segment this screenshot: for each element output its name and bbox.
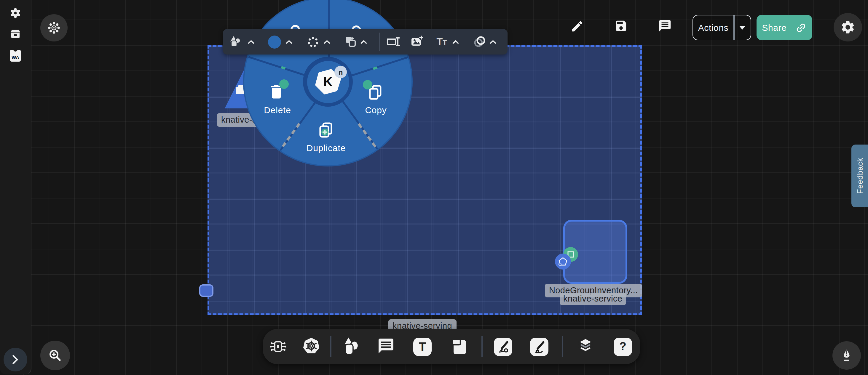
bottom-toolbar: T ?: [262, 329, 640, 364]
opacity-circles-icon: [473, 35, 487, 48]
arrange-button[interactable]: [344, 35, 357, 48]
chevron-up-icon: [286, 40, 292, 44]
text-size-expand[interactable]: [453, 40, 459, 44]
text-size-button[interactable]: TT: [435, 36, 449, 48]
connector-lab-tool[interactable]: [269, 338, 287, 355]
pen-mode-button[interactable]: [832, 341, 861, 370]
chevron-up-icon: [361, 40, 367, 44]
rename-field-icon: [386, 37, 401, 47]
shape-style-button[interactable]: [229, 34, 243, 49]
settings-button[interactable]: [834, 13, 862, 41]
opacity-expand[interactable]: [490, 40, 496, 44]
radial-item-duplicate[interactable]: Duplicate: [300, 143, 353, 153]
node-cluster-icon: [48, 21, 60, 34]
radial-item-copy[interactable]: Copy: [352, 105, 400, 115]
left-sidebar: WA: [0, 0, 31, 374]
shapes-tool[interactable]: [342, 337, 361, 356]
kubernetes-tool[interactable]: [302, 337, 321, 355]
radial-item-delete[interactable]: Delete: [254, 105, 301, 115]
share-button-label: Share: [762, 23, 786, 33]
opacity-button[interactable]: [473, 35, 487, 48]
node-label[interactable]: knative-service: [560, 293, 626, 305]
add-image-button[interactable]: [410, 35, 424, 48]
rename-button[interactable]: [386, 37, 401, 47]
comment-tool[interactable]: [377, 337, 395, 355]
link-icon: [795, 22, 807, 33]
freehand-draw-icon: [532, 340, 546, 353]
toolbar-divider: [482, 336, 482, 357]
archive-icon[interactable]: [9, 27, 22, 40]
arrange-layers-icon: [344, 35, 357, 48]
delete-status-dot: [279, 79, 289, 89]
shape-style-expand[interactable]: [248, 40, 254, 44]
actions-button-label[interactable]: Actions: [693, 15, 734, 40]
dashed-circle-icon: [307, 36, 319, 48]
border-style-expand[interactable]: [323, 40, 330, 44]
fill-color-expand[interactable]: [286, 40, 292, 44]
frame-tool[interactable]: [450, 337, 468, 355]
pinwheel-logo-icon[interactable]: [9, 6, 22, 20]
fill-color-button[interactable]: [268, 36, 281, 48]
comments-button[interactable]: [658, 19, 672, 33]
text-tool[interactable]: T: [413, 337, 432, 356]
expand-sidebar-button[interactable]: [4, 348, 27, 371]
layers-tool[interactable]: [576, 337, 595, 356]
arrange-expand[interactable]: [361, 40, 367, 44]
share-button[interactable]: Share: [756, 15, 812, 40]
pentagon-badge-icon: [555, 253, 571, 270]
help-tool-glyph: ?: [619, 340, 626, 353]
zoom-in-button[interactable]: [40, 341, 70, 370]
magnifier-plus-icon: [48, 348, 62, 363]
pen-nib-icon: [840, 348, 854, 363]
node-cluster-button[interactable]: [40, 14, 68, 41]
pen-connector-icon: [496, 340, 510, 353]
chevron-up-icon: [490, 40, 496, 44]
toolbar-divider: [330, 336, 331, 357]
caret-down-icon: [739, 25, 746, 30]
feedback-tab-label: Feedback: [855, 158, 864, 194]
border-style-button[interactable]: [307, 36, 319, 48]
add-image-icon: [410, 35, 424, 48]
gear-icon: [840, 20, 856, 35]
style-toolbar: TT: [223, 29, 507, 55]
chevron-up-icon: [323, 40, 330, 44]
help-tool[interactable]: ?: [614, 337, 632, 356]
actions-dropdown-button[interactable]: [734, 15, 751, 40]
save-button[interactable]: [614, 19, 628, 33]
freehand-draw-tool[interactable]: [530, 337, 549, 356]
shape-style-icon: [229, 35, 243, 49]
toolbar-divider: [379, 33, 380, 51]
text-size-icon: T: [437, 36, 443, 48]
copy-status-dot: [363, 80, 372, 90]
selection-resize-handle[interactable]: [199, 284, 213, 297]
chevron-up-icon: [248, 40, 254, 44]
pen-connector-tool[interactable]: [494, 337, 512, 356]
actions-split-button[interactable]: Actions: [692, 15, 751, 40]
knative-n-badge: n: [334, 66, 347, 78]
wa-badge-icon[interactable]: WA: [10, 50, 21, 62]
text-tool-glyph: T: [419, 340, 426, 353]
duplicate-icon[interactable]: [317, 122, 335, 139]
feedback-tab[interactable]: Feedback: [851, 144, 868, 207]
wa-badge-label: WA: [11, 55, 19, 61]
toolbar-divider: [562, 336, 563, 357]
chevron-right-icon: [12, 355, 19, 364]
edit-pencil-button[interactable]: [570, 20, 584, 33]
chevron-up-icon: [453, 40, 459, 44]
